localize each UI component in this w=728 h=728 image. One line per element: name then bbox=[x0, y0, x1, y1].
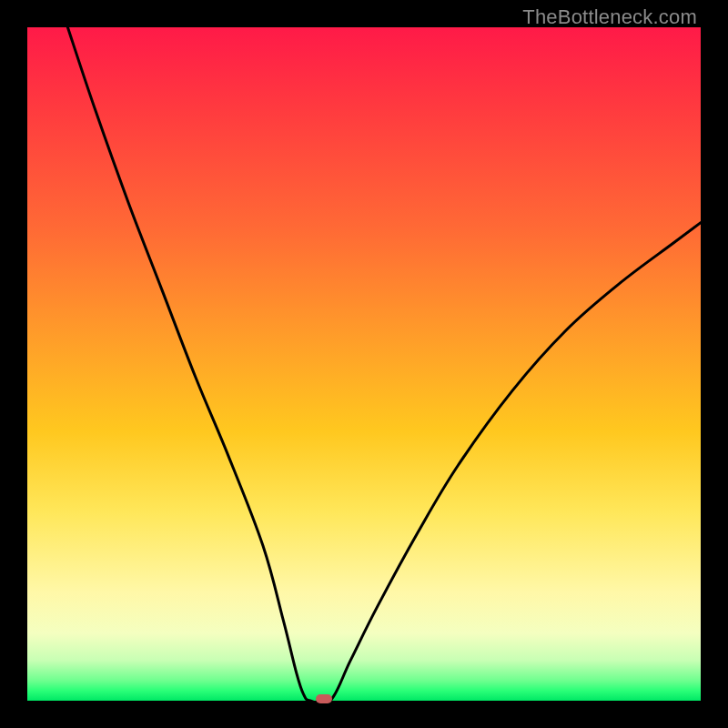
plot-area bbox=[27, 27, 701, 701]
watermark-text: TheBottleneck.com bbox=[522, 5, 697, 29]
chart-frame: TheBottleneck.com bbox=[0, 0, 728, 728]
bottleneck-curve bbox=[27, 27, 701, 701]
optimum-marker bbox=[316, 694, 332, 703]
